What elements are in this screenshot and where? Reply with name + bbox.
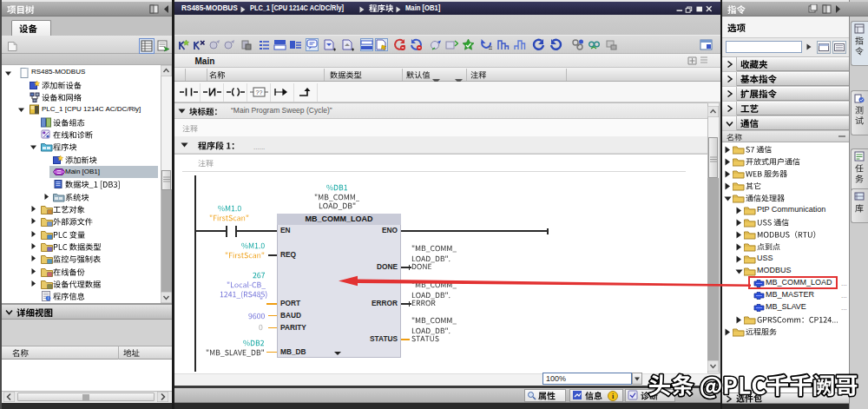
svg-text:i: i [48,295,49,300]
svg-text:??: ?? [256,89,263,96]
